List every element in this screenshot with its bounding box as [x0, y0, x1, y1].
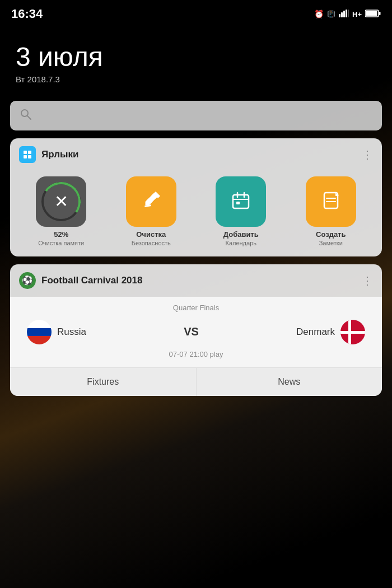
network-icon: H+ — [352, 10, 362, 18]
search-icon — [20, 109, 31, 123]
status-icons: ⏰ 📳 H+ — [314, 10, 381, 19]
search-input[interactable] — [37, 111, 372, 120]
svg-rect-15 — [233, 195, 249, 208]
memory-x-symbol: ✕ — [54, 192, 68, 211]
shortcut-memory-label: 52% — [54, 230, 68, 239]
football-card-header: ⚽ Football Carnival 2018 ⋮ — [10, 264, 382, 297]
shortcut-memory-sublabel: Очистка памяти — [38, 240, 84, 246]
date-main: 3 июля — [16, 43, 376, 72]
shortcut-notes-sublabel: Заметки — [319, 240, 343, 246]
match-time: 07-07 21:00 play — [21, 350, 371, 358]
alarm-icon: ⏰ — [314, 10, 324, 18]
round-label: Quarter Finals — [21, 304, 371, 312]
search-bar[interactable] — [10, 101, 382, 130]
date-sub: Вт 2018.7.3 — [16, 74, 376, 84]
svg-rect-12 — [24, 155, 27, 158]
shortcut-notes-label: Создать — [316, 230, 346, 239]
shortcut-security-label: Очистка — [136, 230, 166, 239]
fixtures-button[interactable]: Fixtures — [10, 368, 197, 396]
shortcut-security[interactable]: Очистка Безопасность — [109, 176, 194, 246]
shortcut-calendar-label: Добавить — [223, 230, 259, 239]
shortcuts-card-header: Ярлыки ⋮ — [10, 138, 382, 171]
battery-icon — [365, 10, 381, 19]
svg-rect-7 — [366, 11, 377, 16]
svg-point-8 — [21, 110, 28, 116]
match-row: Russia VS Denmark — [21, 320, 371, 344]
svg-rect-10 — [24, 151, 27, 154]
shortcut-calendar-icon — [216, 176, 266, 227]
shortcuts-header-left: Ярлыки — [19, 146, 78, 163]
football-card-title: Football Carnival 2018 — [41, 275, 142, 286]
shortcuts-title: Ярлыки — [41, 149, 78, 160]
football-header-left: ⚽ Football Carnival 2018 — [19, 272, 142, 289]
svg-rect-4 — [348, 10, 349, 17]
shortcut-notes-icon — [306, 176, 356, 227]
svg-rect-6 — [379, 12, 381, 15]
date-section: 3 июля Вт 2018.7.3 — [0, 26, 392, 95]
flag-russia — [27, 320, 52, 344]
team-russia-name: Russia — [57, 326, 86, 338]
team-denmark-name: Denmark — [296, 326, 335, 338]
team-denmark: Denmark — [296, 320, 365, 344]
shortcut-memory-icon: ✕ — [36, 176, 86, 227]
team-russia: Russia — [27, 320, 86, 344]
svg-line-9 — [27, 116, 31, 119]
football-card: ⚽ Football Carnival 2018 ⋮ Quarter Final… — [10, 264, 382, 396]
flag-denmark — [340, 320, 365, 344]
signal-icon — [339, 10, 349, 19]
status-bar: 16:34 ⏰ 📳 H+ — [0, 0, 392, 26]
shortcuts-menu-button[interactable]: ⋮ — [362, 148, 373, 161]
brush-icon — [139, 188, 164, 215]
svg-rect-2 — [343, 11, 345, 17]
match-section: Quarter Finals Russia VS Denmark 07-07 2… — [10, 297, 382, 367]
shortcut-notes[interactable]: Создать Заметки — [289, 176, 374, 246]
shortcuts-grid: ✕ 52% Очистка памяти Очистка — [10, 171, 382, 256]
shortcut-security-icon — [126, 176, 176, 227]
svg-rect-1 — [341, 12, 343, 17]
calendar-icon — [228, 188, 253, 215]
football-app-icon: ⚽ — [19, 272, 36, 289]
note-icon — [319, 188, 343, 215]
shortcut-security-sublabel: Безопасность — [132, 240, 171, 246]
shortcut-calendar[interactable]: Добавить Календарь — [199, 176, 283, 246]
svg-rect-3 — [346, 10, 347, 17]
shortcut-memory[interactable]: ✕ 52% Очистка памяти — [19, 176, 104, 246]
shortcuts-app-icon — [19, 146, 36, 163]
svg-rect-11 — [28, 151, 31, 154]
vs-label: VS — [184, 325, 199, 338]
shortcuts-card: Ярлыки ⋮ ✕ 52% Очистка памяти — [10, 138, 382, 256]
svg-rect-19 — [236, 202, 240, 204]
svg-rect-13 — [28, 155, 31, 158]
shortcut-calendar-sublabel: Календарь — [225, 240, 256, 246]
news-button[interactable]: News — [197, 368, 382, 396]
svg-rect-0 — [339, 14, 340, 17]
vibrate-icon: 📳 — [327, 10, 335, 18]
football-menu-button[interactable]: ⋮ — [362, 274, 373, 287]
football-card-footer: Fixtures News — [10, 367, 382, 396]
status-time: 16:34 — [11, 7, 43, 21]
